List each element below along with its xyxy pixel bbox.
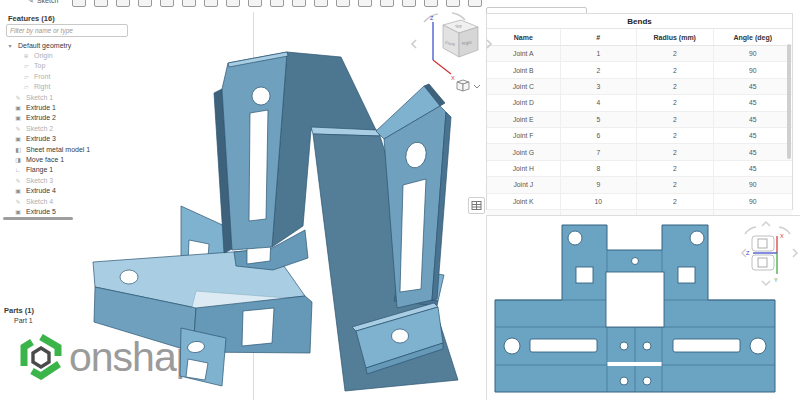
bends-table-title: Bends: [487, 14, 792, 28]
feature-item[interactable]: ▱ Front: [0, 71, 250, 81]
bend-name-cell: Joint J: [487, 177, 560, 193]
sidebar-divider[interactable]: [253, 12, 254, 400]
toolbar-icon[interactable]: [160, 0, 174, 7]
toolbar-icon[interactable]: [226, 0, 240, 7]
feature-item[interactable]: ▣ Extrude 1: [0, 102, 250, 112]
feature-item[interactable]: ▣ Extrude 3: [0, 134, 250, 144]
column-header-name[interactable]: Name: [487, 29, 560, 46]
feature-item[interactable]: ◧ Sheet metal model 1: [0, 144, 250, 154]
bend-number-cell: 5: [560, 111, 636, 127]
sketch-icon: ✎: [14, 177, 22, 184]
bend-number-cell: 2: [560, 62, 636, 78]
feature-item[interactable]: ∟ Flange 1: [0, 165, 250, 175]
column-header-angle[interactable]: Angle (deg): [713, 29, 792, 46]
column-header-radius[interactable]: Radius (mm): [637, 29, 713, 46]
bend-table-row[interactable]: Joint H 8 2 45: [487, 160, 792, 176]
feature-item[interactable]: ▾ Default geometry: [0, 40, 250, 50]
svg-text:Right: Right: [461, 40, 472, 46]
table-icon: [469, 198, 484, 213]
feature-item-label: Sketch 1: [26, 94, 53, 101]
bend-angle-cell: 45: [713, 127, 792, 143]
flat-pattern-viewport[interactable]: [486, 215, 800, 400]
feature-filter-input[interactable]: Filter by name or type: [6, 24, 128, 37]
bend-table-row[interactable]: Joint D 4 2 45: [487, 95, 792, 111]
toolbar-icon[interactable]: [424, 0, 438, 7]
toolbar-icon[interactable]: [358, 0, 372, 7]
feature-item-label: Origin: [34, 52, 53, 59]
bend-table-row[interactable]: Joint J 9 2 90: [487, 177, 792, 193]
toolbar-icon[interactable]: [446, 0, 460, 7]
bend-table-row[interactable]: Joint F 6 2 45: [487, 127, 792, 143]
table-scrollbar[interactable]: [787, 44, 791, 159]
column-header-number[interactable]: #: [560, 29, 636, 46]
bend-number-cell: 1: [560, 46, 636, 62]
feature-item[interactable]: ▣ Extrude 5: [0, 206, 250, 216]
toolbar-icon[interactable]: [468, 0, 482, 7]
toolbar-icon[interactable]: [182, 0, 196, 7]
bend-angle-cell: 45: [713, 78, 792, 94]
sketch-button[interactable]: ✎ Sketch: [28, 0, 58, 5]
feature-item[interactable]: ▣ Extrude 4: [0, 185, 250, 195]
feature-item[interactable]: ▱ Top: [0, 61, 250, 71]
bend-name-cell: Joint F: [487, 127, 560, 143]
bend-radius-cell: 2: [637, 46, 713, 62]
bends-table: Name # Radius (mm) Angle (deg) Joint A 1…: [487, 28, 792, 243]
bend-radius-cell: 2: [637, 95, 713, 111]
sidebar-scrollbar[interactable]: [3, 217, 73, 220]
toolbar-icon[interactable]: [204, 0, 218, 7]
bend-table-row[interactable]: Joint B 2 2 90: [487, 62, 792, 78]
feature-item[interactable]: ✎ Sketch 1: [0, 92, 250, 102]
toolbar-icon[interactable]: [138, 0, 152, 7]
toolbar-icon[interactable]: [270, 0, 284, 7]
extrude-icon: ▣: [14, 104, 22, 111]
view-options-button[interactable]: [457, 80, 480, 91]
feature-item[interactable]: ✎ Sketch 3: [0, 175, 250, 185]
toolbar-icon[interactable]: [72, 0, 86, 7]
bend-radius-cell: 2: [637, 111, 713, 127]
bend-table-row[interactable]: Joint G 7 2 45: [487, 144, 792, 160]
sketch-icon: ✎: [14, 94, 22, 101]
feature-item[interactable]: ▱ Right: [0, 82, 250, 92]
toolbar-icon[interactable]: [314, 0, 328, 7]
part-item[interactable]: Part 1: [14, 317, 33, 324]
bend-radius-cell: 2: [637, 144, 713, 160]
bend-radius-cell: 2: [637, 127, 713, 143]
toolbar-icon[interactable]: [292, 0, 306, 7]
toolbar-icon[interactable]: [248, 0, 262, 7]
feature-item-label: Sheet metal model 1: [26, 146, 90, 153]
bends-table-container: Bends Name # Radius (mm) Angle (deg) Joi…: [486, 13, 793, 210]
svg-text:Top: Top: [454, 23, 462, 29]
flat-pattern-table-toggle-button[interactable]: [468, 197, 485, 214]
view-cube[interactable]: Z X Top Front Right: [412, 13, 491, 81]
feature-item[interactable]: ✎ Sketch 4: [0, 196, 250, 206]
bend-number-cell: 4: [560, 95, 636, 111]
feature-item[interactable]: ⊕ Origin: [0, 50, 250, 60]
toolbar-icon[interactable]: [402, 0, 416, 7]
flange-icon: ∟: [14, 167, 22, 173]
toolbar-icon[interactable]: [94, 0, 108, 7]
feature-item-label: Flange 1: [26, 166, 53, 173]
feature-item-label: Extrude 4: [26, 187, 56, 194]
feature-item[interactable]: ✎ Sketch 2: [0, 123, 250, 133]
plane-icon: ▱: [22, 73, 30, 80]
bends-panel: Sheet metal model 1 ▾ Bends Name # Radiu…: [486, 0, 792, 215]
bend-name-cell: Joint K: [487, 193, 560, 209]
move-face-icon: ◨: [14, 156, 22, 163]
toolbar-icon[interactable]: [336, 0, 350, 7]
sketch-icon: ✎: [14, 198, 22, 205]
feature-item-label: Extrude 5: [26, 208, 56, 215]
bend-table-row[interactable]: Joint E 5 2 45: [487, 111, 792, 127]
bend-radius-cell: 2: [637, 62, 713, 78]
bend-angle-cell: 90: [713, 62, 792, 78]
bend-table-row[interactable]: Joint C 3 2 45: [487, 78, 792, 94]
bend-table-row[interactable]: Joint K 10 2 90: [487, 193, 792, 209]
bend-table-row[interactable]: Joint A 1 2 90: [487, 46, 792, 62]
feature-item[interactable]: ▣ Extrude 2: [0, 113, 250, 123]
toolbar-icon[interactable]: [380, 0, 394, 7]
bend-angle-cell: 90: [713, 193, 792, 209]
toolbar-icon[interactable]: [116, 0, 130, 7]
feature-item[interactable]: ◨ Move face 1: [0, 154, 250, 164]
extrude-icon: ▣: [14, 187, 22, 194]
origin-icon: ⊕: [22, 52, 30, 59]
svg-text:Z: Z: [430, 15, 434, 21]
